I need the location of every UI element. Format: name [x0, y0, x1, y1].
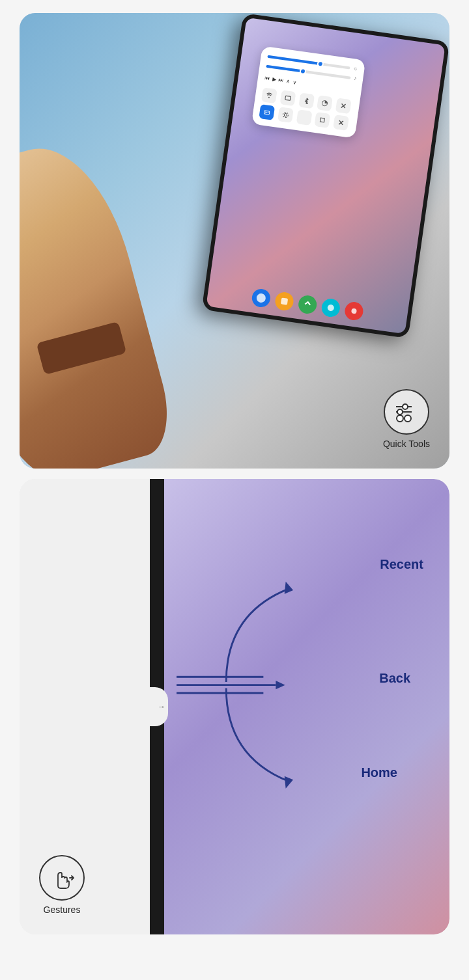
grid-icon-bluetooth [298, 92, 315, 109]
quick-tools-card: ☼ ♪ ⏮ ▶ ⏭ ∧ [20, 13, 449, 469]
dock-icon-2 [274, 291, 295, 312]
grid-icon-close2 [333, 115, 349, 131]
svg-marker-28 [285, 582, 293, 594]
grid-icon-signal [317, 95, 333, 111]
svg-rect-11 [320, 118, 325, 122]
volume-icon: ♪ [354, 75, 357, 81]
gestures-card: Gestures → [20, 479, 449, 934]
quick-tools-badge: Quick Tools [383, 389, 430, 449]
gestures-text-label: Gestures [44, 905, 81, 915]
svg-point-21 [397, 409, 403, 415]
svg-marker-25 [276, 681, 285, 689]
grid-icon-settings [277, 107, 294, 123]
dock-icon-1 [251, 288, 272, 308]
volume-thumb [300, 67, 307, 74]
play-icon: ▶ [272, 76, 276, 83]
svg-point-19 [403, 404, 408, 409]
svg-rect-17 [351, 308, 357, 314]
grid-icon-wifi [261, 87, 277, 103]
quick-tools-text-label: Quick Tools [383, 439, 430, 449]
svg-rect-1 [285, 96, 291, 100]
svg-point-14 [256, 293, 266, 303]
gestures-badge: Gestures [39, 855, 85, 915]
gestures-icon-circle [39, 855, 85, 901]
grid-icon-screen [279, 90, 296, 106]
grid-icon-keyboard [259, 104, 275, 120]
svg-point-22 [397, 415, 403, 422]
down-icon: ∨ [292, 79, 297, 86]
dock-icon-3 [297, 294, 318, 315]
grid-icon-dark [296, 109, 312, 126]
card1-background: ☼ ♪ ⏮ ▶ ⏭ ∧ [20, 13, 449, 469]
volume-fill [266, 64, 304, 72]
svg-point-9 [284, 113, 287, 116]
svg-rect-15 [281, 297, 288, 305]
grid-icon-square [315, 112, 331, 128]
grid-icon-close1 [335, 98, 352, 114]
tablet-screen: ☼ ♪ ⏮ ▶ ⏭ ∧ [206, 18, 445, 334]
recent-label: Recent [380, 557, 423, 572]
tablet-edge: → [150, 479, 164, 934]
home-label: Home [361, 765, 397, 780]
svg-point-16 [327, 304, 334, 311]
edge-arrow-icon: → [158, 702, 165, 711]
gestures-svg-icon [48, 864, 76, 892]
left-white-panel: Gestures [20, 479, 150, 934]
svg-point-0 [268, 97, 270, 98]
next-icon: ⏭ [278, 77, 284, 84]
prev-icon: ⏮ [264, 75, 270, 81]
svg-point-23 [405, 415, 411, 422]
edge-cutout: → [150, 687, 168, 726]
brightness-thumb [317, 60, 324, 67]
dock-icon-4 [320, 297, 341, 318]
tablet-device: ☼ ♪ ⏮ ▶ ⏭ ∧ [202, 13, 449, 338]
svg-marker-29 [285, 776, 293, 789]
quick-tools-icon-circle [384, 389, 429, 435]
card2-inner: Gestures → [20, 479, 449, 934]
gesture-arrows-svg [164, 479, 449, 934]
gesture-screen: Recent Back Home [164, 479, 449, 934]
quick-tools-panel: ☼ ♪ ⏮ ▶ ⏭ ∧ [251, 46, 365, 139]
dock-icon-5 [344, 301, 365, 321]
quick-tools-svg-icon [393, 402, 419, 422]
up-icon: ∧ [286, 78, 291, 85]
back-label: Back [379, 671, 410, 686]
brightness-icon: ☼ [352, 65, 358, 72]
arm-shape [20, 132, 180, 469]
svg-point-10 [283, 112, 289, 118]
brightness-fill [267, 55, 321, 65]
